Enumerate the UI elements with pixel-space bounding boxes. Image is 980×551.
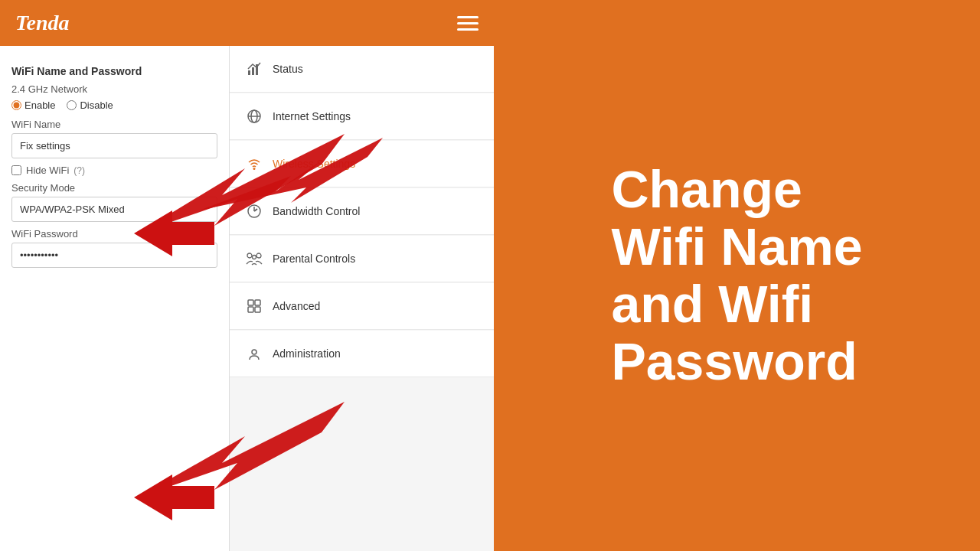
- navigation-menu: Status Internet Settings: [230, 46, 494, 551]
- thumbnail-line2: Wifi Name: [611, 218, 862, 276]
- menu-item-advanced[interactable]: Advanced: [230, 283, 494, 330]
- svg-point-9: [256, 253, 261, 258]
- svg-rect-1: [252, 67, 254, 75]
- wireless-icon: [245, 155, 263, 173]
- app-header: Tenda: [0, 0, 494, 46]
- hide-wifi-row: Hide WiFi (?): [11, 165, 217, 176]
- wifi-password-label: WiFi Password: [11, 228, 217, 240]
- thumbnail-line4: Password: [611, 333, 862, 390]
- admin-icon: [245, 344, 263, 363]
- status-icon: [245, 60, 263, 78]
- menu-item-internet[interactable]: Internet Settings: [230, 93, 494, 140]
- bandwidth-icon: [245, 202, 263, 220]
- svg-rect-14: [255, 307, 260, 312]
- advanced-label: Advanced: [273, 300, 320, 312]
- menu-item-wireless[interactable]: Wireless Settings: [230, 141, 494, 187]
- svg-rect-11: [248, 300, 253, 305]
- wifi-name-label: WiFi Name: [11, 119, 217, 130]
- parental-label: Parental Controls: [273, 253, 355, 265]
- network-label: 2.4 GHz Network: [11, 83, 217, 95]
- content-area: WiFi Name and Password 2.4 GHz Network E…: [0, 46, 494, 551]
- svg-rect-0: [248, 70, 250, 75]
- enable-radio[interactable]: [11, 100, 21, 110]
- internet-label: Internet Settings: [273, 110, 351, 122]
- disable-option[interactable]: Disable: [67, 99, 113, 111]
- admin-label: Administration: [273, 347, 341, 360]
- enable-option[interactable]: Enable: [11, 99, 55, 111]
- security-mode-label: Security Mode: [11, 182, 217, 194]
- thumbnail-text: Change Wifi Name and Wifi Password: [611, 161, 862, 390]
- bandwidth-label: Bandwidth Control: [273, 205, 360, 217]
- advanced-icon: [245, 297, 263, 315]
- parental-icon: [245, 249, 263, 268]
- security-mode-input[interactable]: [11, 197, 217, 222]
- thumbnail-line1: Change: [611, 161, 862, 218]
- hide-wifi-label: Hide WiFi: [26, 165, 69, 176]
- disable-label: Disable: [80, 99, 113, 111]
- menu-item-bandwidth[interactable]: Bandwidth Control: [230, 188, 494, 235]
- svg-rect-13: [248, 307, 253, 312]
- status-label: Status: [273, 63, 303, 75]
- wifi-password-input[interactable]: [11, 243, 217, 268]
- disable-radio[interactable]: [67, 100, 77, 110]
- svg-point-10: [253, 256, 256, 259]
- wireless-label: Wireless Settings: [273, 158, 355, 170]
- thumbnail-line3: and Wifi: [611, 276, 862, 333]
- settings-panel: WiFi Name and Password 2.4 GHz Network E…: [0, 46, 230, 551]
- menu-item-status[interactable]: Status: [230, 46, 494, 93]
- network-toggle-group: Enable Disable: [11, 99, 217, 111]
- section-title: WiFi Name and Password: [11, 65, 217, 77]
- enable-label: Enable: [24, 99, 55, 111]
- hamburger-menu-button[interactable]: [457, 16, 479, 31]
- svg-point-8: [247, 253, 252, 258]
- help-icon[interactable]: (?): [74, 165, 85, 176]
- svg-point-6: [253, 168, 256, 170]
- internet-icon: [245, 107, 263, 126]
- menu-item-admin[interactable]: Administration: [230, 331, 494, 377]
- svg-point-15: [252, 350, 256, 354]
- svg-rect-12: [255, 300, 260, 305]
- menu-item-parental[interactable]: Parental Controls: [230, 236, 494, 282]
- thumbnail-panel: Change Wifi Name and Wifi Password: [494, 0, 980, 551]
- hide-wifi-checkbox[interactable]: [11, 165, 21, 175]
- wifi-name-input[interactable]: [11, 133, 217, 158]
- tenda-logo: Tenda: [15, 11, 70, 35]
